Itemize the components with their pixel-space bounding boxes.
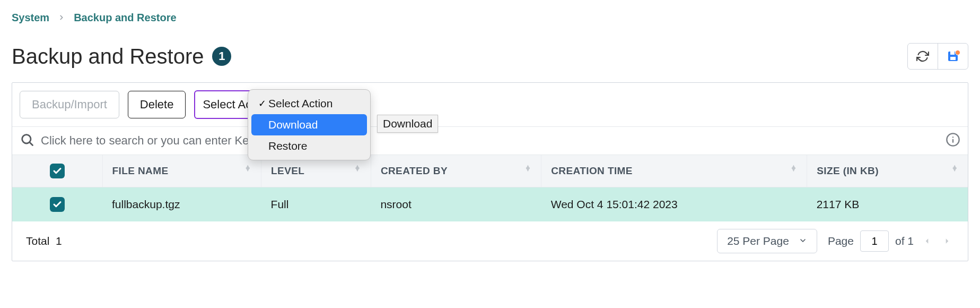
- col-file-name[interactable]: FILE NAME▲▼: [102, 155, 261, 187]
- breadcrumb: System Backup and Restore: [12, 12, 968, 24]
- page-label: Page: [828, 235, 854, 247]
- info-icon[interactable]: [946, 132, 960, 149]
- select-all-checkbox[interactable]: [50, 164, 65, 178]
- cell-creation-time: Wed Oct 4 15:01:42 2023: [541, 187, 807, 222]
- svg-marker-7: [926, 238, 929, 243]
- page-size-dropdown[interactable]: 25 Per Page: [717, 229, 817, 253]
- menu-item-download[interactable]: Download: [251, 114, 367, 135]
- save-icon: [947, 50, 959, 63]
- chevron-right-icon: [58, 12, 65, 24]
- count-badge: 1: [212, 47, 231, 66]
- svg-rect-0: [950, 52, 955, 55]
- refresh-button[interactable]: [908, 44, 938, 69]
- svg-line-3: [30, 142, 32, 145]
- delete-button[interactable]: Delete: [128, 91, 186, 118]
- check-icon: ✓: [257, 98, 267, 109]
- table-row[interactable]: fullbackup.tgz Full nsroot Wed Oct 4 15:…: [12, 187, 968, 222]
- refresh-icon: [916, 50, 929, 63]
- breadcrumb-backup-restore[interactable]: Backup and Restore: [74, 12, 176, 24]
- cell-file-name: fullbackup.tgz: [102, 187, 261, 222]
- search-input[interactable]: [41, 134, 939, 148]
- chevron-down-icon: [799, 235, 807, 247]
- cell-created-by: nsroot: [371, 187, 541, 222]
- page-of: of 1: [895, 235, 914, 247]
- col-creation-time[interactable]: CREATION TIME▲▼: [541, 155, 807, 187]
- total-label: Total: [26, 235, 49, 247]
- menu-item-restore[interactable]: Restore: [251, 135, 367, 157]
- page-title: Backup and Restore 1: [12, 45, 231, 69]
- next-page-button[interactable]: [940, 236, 954, 246]
- select-action-menu: ✓ Select Action Download Restore: [248, 89, 371, 160]
- prev-page-button[interactable]: [920, 236, 934, 246]
- tooltip: Download: [377, 115, 438, 133]
- search-icon: [20, 132, 34, 149]
- svg-rect-1: [950, 57, 956, 60]
- save-button[interactable]: [938, 44, 968, 69]
- cell-level: Full: [261, 187, 371, 222]
- page-input[interactable]: [860, 230, 889, 252]
- cell-size: 2117 KB: [807, 187, 968, 222]
- backup-import-button[interactable]: Backup/Import: [20, 91, 119, 118]
- total-count: 1: [56, 235, 62, 247]
- menu-item-select-action[interactable]: ✓ Select Action: [251, 93, 367, 114]
- svg-marker-8: [946, 238, 949, 243]
- row-checkbox[interactable]: [50, 197, 65, 212]
- header-actions: [907, 43, 968, 70]
- col-created-by[interactable]: CREATED BY▲▼: [371, 155, 541, 187]
- col-size[interactable]: SIZE (IN KB)▲▼: [807, 155, 968, 187]
- breadcrumb-system[interactable]: System: [12, 12, 49, 24]
